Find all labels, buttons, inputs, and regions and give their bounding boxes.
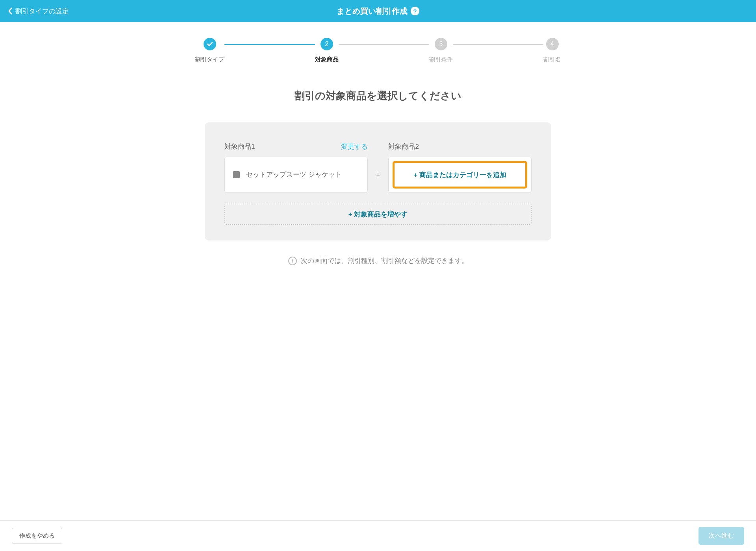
product-label-1: 対象商品1: [224, 142, 255, 151]
change-product-link[interactable]: 変更する: [341, 142, 368, 151]
step-connector: [224, 44, 315, 45]
info-icon: i: [288, 257, 297, 265]
step-label: 割引条件: [429, 56, 453, 63]
product-thumbnail: [233, 171, 240, 178]
info-text: 次の画面では、割引種別、割引額などを設定できます。: [301, 256, 468, 265]
step-label: 割引名: [543, 56, 561, 63]
plus-separator: +: [368, 142, 389, 193]
chevron-left-icon: [8, 7, 12, 15]
add-product-button[interactable]: + 商品またはカテゴリーを追加: [393, 161, 527, 189]
step-label: 対象商品: [315, 56, 339, 63]
add-more-products-button[interactable]: + 対象商品を増やす: [224, 204, 532, 225]
product-name: セットアップスーツ ジャケット: [246, 170, 342, 180]
step-discount-name: 4 割引名: [543, 38, 561, 63]
product-label-2: 対象商品2: [388, 142, 419, 151]
product-box-1: セットアップスーツ ジャケット: [224, 157, 368, 193]
step-discount-condition: 3 割引条件: [429, 38, 453, 63]
product-header: 対象商品1 変更する: [224, 142, 368, 151]
product-row: 対象商品1 変更する セットアップスーツ ジャケット + 対象商品2 + 商品ま…: [224, 142, 532, 193]
help-icon[interactable]: ?: [411, 7, 419, 15]
header-bar: 割引タイプの設定 まとめ買い割引作成 ?: [0, 0, 756, 22]
step-target-product: 2 対象商品: [315, 38, 339, 63]
step-circle-active: 2: [321, 38, 333, 50]
step-connector: [453, 44, 543, 45]
product-block-2: 対象商品2 + 商品またはカテゴリーを追加: [388, 142, 532, 193]
product-block-1: 対象商品1 変更する セットアップスーツ ジャケット: [224, 142, 368, 193]
step-connector: [339, 44, 429, 45]
step-label: 割引タイプ: [195, 56, 224, 63]
product-header: 対象商品2: [388, 142, 532, 151]
step-circle-pending: 4: [546, 38, 559, 50]
header-title-text: まとめ買い割引作成: [337, 6, 408, 17]
stepper: 割引タイプ 2 対象商品 3 割引条件 4 割引名: [0, 22, 756, 75]
step-circle-done: [204, 38, 216, 50]
back-label: 割引タイプの設定: [15, 7, 69, 16]
page-title: 割引の対象商品を選択してください: [0, 89, 756, 103]
info-row: i 次の画面では、割引種別、割引額などを設定できます。: [0, 256, 756, 265]
step-circle-pending: 3: [435, 38, 447, 50]
step-discount-type: 割引タイプ: [195, 38, 224, 63]
add-product-box: + 商品またはカテゴリーを追加: [388, 157, 532, 193]
back-button[interactable]: 割引タイプの設定: [8, 7, 69, 16]
product-selection-card: 対象商品1 変更する セットアップスーツ ジャケット + 対象商品2 + 商品ま…: [205, 122, 551, 240]
page-header-title: まとめ買い割引作成 ?: [337, 6, 419, 17]
check-icon: [207, 42, 213, 46]
